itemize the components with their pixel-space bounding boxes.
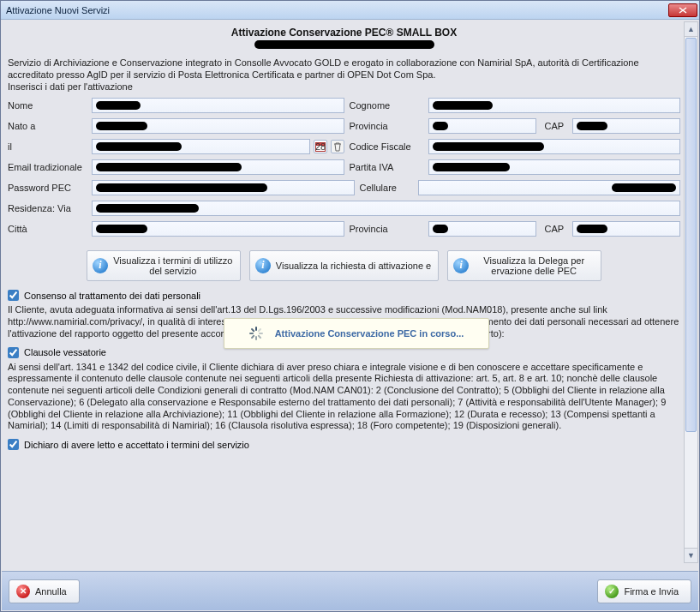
view-terms-label: Visualizza i termini di utilizzo del ser… [113, 255, 233, 277]
natoa-label: Nato a [8, 121, 87, 131]
consent-label: Consenso al trattamento dei dati persona… [24, 291, 200, 301]
cap-label-1: CAP [541, 121, 567, 131]
nome-input[interactable] [92, 98, 344, 113]
provincia-input-1[interactable] [428, 118, 536, 134]
cancel-button[interactable]: ✕ Annulla [9, 579, 80, 603]
progress-text: Attivazione Conservazione PEC in corso..… [275, 328, 464, 339]
scroll-down-button[interactable]: ▼ [685, 548, 697, 562]
close-icon [679, 7, 687, 14]
pwd-label: Password PEC [8, 183, 87, 193]
trash-icon [332, 141, 343, 152]
piva-input[interactable] [428, 159, 681, 175]
document-buttons: i Visualizza i termini di utilizzo del s… [8, 250, 680, 281]
clausole-checkbox[interactable] [8, 347, 19, 358]
cf-label: Codice Fiscale [350, 141, 423, 152]
provincia-label-1: Provincia [350, 121, 423, 131]
view-request-button[interactable]: i Visualizza la richiesta di attivazione… [249, 250, 439, 281]
cell-input[interactable] [418, 180, 681, 195]
provincia-input-2[interactable] [428, 221, 536, 237]
svg-text:28: 28 [315, 141, 326, 152]
dichiaro-checkbox[interactable] [8, 439, 19, 450]
close-button[interactable] [668, 3, 697, 17]
cell-label: Cellulare [360, 183, 413, 193]
spinner-icon [249, 327, 263, 340]
dichiaro-label: Dichiaro di avere letto e accettato i te… [24, 440, 249, 450]
cf-input[interactable] [428, 139, 681, 154]
scroll-thumb[interactable] [685, 38, 697, 432]
cognome-label: Cognome [350, 100, 423, 111]
piva-label: Partita IVA [350, 162, 423, 172]
clausole-text: Ai sensi dell'art. 1341 e 1342 del codic… [8, 362, 680, 433]
dialog-window: Attivazione Nuovi Servizi Attivazione Co… [0, 0, 700, 612]
page-title: Attivazione Conservazione PEC® SMALL BOX [8, 27, 680, 39]
citta-label: Città [8, 224, 87, 234]
cap-input-2[interactable] [572, 221, 680, 237]
window-title: Attivazione Nuovi Servizi [6, 5, 110, 15]
cancel-label: Annulla [35, 586, 67, 597]
clausole-label: Clausole vessatorie [24, 347, 106, 357]
page-subtitle-redacted [8, 40, 680, 51]
natoa-input[interactable] [92, 118, 344, 134]
info-icon: i [453, 258, 469, 273]
vertical-scrollbar[interactable]: ▲ ▼ [684, 21, 698, 563]
view-request-label: Visualizza la richiesta di attivazione e [276, 261, 431, 272]
provincia-label-2: Provincia [350, 224, 423, 234]
form: Nome Cognome Nato a Provincia CAP il 28 [8, 98, 680, 237]
email-input[interactable] [92, 159, 344, 175]
intro-text: Servizio di Archiviazione e Conservazion… [8, 57, 680, 93]
scroll-up-button[interactable]: ▲ [685, 22, 697, 37]
cap-label-2: CAP [541, 224, 567, 234]
cancel-icon: ✕ [16, 585, 30, 598]
calendar-button[interactable]: 28 [314, 140, 327, 153]
ok-icon: ✓ [605, 585, 619, 598]
footer: ✕ Annulla ✓ Firma e Invia [2, 571, 698, 610]
res-input[interactable] [92, 201, 680, 216]
submit-label: Firma e Invia [624, 586, 679, 597]
view-delega-button[interactable]: i Visualizza la Delega per ervazione del… [447, 250, 601, 281]
progress-modal: Attivazione Conservazione PEC in corso..… [224, 318, 489, 349]
il-input[interactable] [92, 139, 310, 154]
pwd-input[interactable] [92, 180, 355, 195]
cap-input-1[interactable] [572, 118, 680, 134]
calendar-icon: 28 [315, 141, 326, 152]
citta-input[interactable] [92, 221, 344, 237]
res-label: Residenza: Via [8, 203, 87, 213]
il-label: il [8, 141, 87, 152]
info-icon: i [93, 258, 108, 273]
titlebar: Attivazione Nuovi Servizi [1, 1, 699, 20]
email-label: Email tradizionale [8, 162, 87, 172]
cognome-input[interactable] [428, 98, 681, 113]
view-delega-label: Visualizza la Delega per ervazione delle… [474, 255, 594, 277]
view-terms-button[interactable]: i Visualizza i termini di utilizzo del s… [87, 250, 241, 281]
consent-checkbox[interactable] [8, 290, 19, 301]
submit-button[interactable]: ✓ Firma e Invia [597, 579, 691, 603]
info-icon: i [255, 258, 271, 273]
nome-label: Nome [8, 100, 87, 111]
scroll-pane: Attivazione Conservazione PEC® SMALL BOX… [6, 20, 682, 563]
content-area: Attivazione Conservazione PEC® SMALL BOX… [1, 20, 699, 611]
clear-date-button[interactable] [331, 140, 344, 153]
